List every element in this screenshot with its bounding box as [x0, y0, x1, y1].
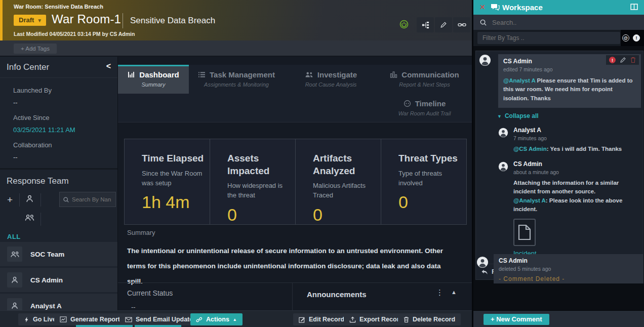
- comment-actions: !: [606, 55, 639, 65]
- edit-record-button[interactable]: Edit Record: [293, 313, 350, 325]
- comment-author: CS Admin: [513, 160, 636, 168]
- stat-assets-impacted: Assets Impacted How widespread is the th…: [210, 139, 295, 224]
- edit-button[interactable]: [435, 17, 452, 32]
- mention-link[interactable]: @CS Admin: [513, 146, 547, 152]
- delete-record-button[interactable]: Delete Record: [398, 313, 461, 325]
- comment-timestamp: about a minute ago: [513, 169, 636, 175]
- dashboard-content: Dashboard Summary Task Management Assign…: [117, 57, 472, 310]
- tab-task-management[interactable]: Task Management Assignments & Monitoring: [189, 65, 284, 94]
- pencil-icon: [440, 21, 447, 28]
- filter-all-link[interactable]: ALL: [7, 233, 117, 240]
- important-icon[interactable]: !: [609, 57, 616, 63]
- info-center-sidebar: Info Center < Launched By -- Active Sinc…: [0, 57, 117, 310]
- group-icon: [7, 247, 22, 262]
- collapse-sidebar-icon[interactable]: <: [106, 62, 111, 71]
- person-filter-icon[interactable]: [25, 194, 34, 203]
- mention-link[interactable]: @Analyst A: [513, 197, 546, 203]
- tab-timeline[interactable]: Timeline War Room Audit Trail: [378, 94, 471, 122]
- workspace-footer: + New Comment: [473, 310, 644, 327]
- panel-layout-icon[interactable]: [630, 4, 638, 10]
- copy-link-button[interactable]: [453, 17, 470, 32]
- collapse-all-link[interactable]: ▼Collapse all: [476, 108, 643, 121]
- member-row-cs-admin[interactable]: CS Admin: [0, 268, 117, 292]
- go-live-icon: [24, 316, 29, 323]
- vertical-divider: [292, 283, 293, 310]
- new-comment-button[interactable]: + New Comment: [484, 314, 549, 325]
- edit-comment-icon[interactable]: [620, 57, 626, 63]
- tab-dashboard[interactable]: Dashboard Summary: [118, 65, 189, 94]
- actions-link-icon: [196, 316, 203, 323]
- workspace-panel: ✕ Workspace @ ! CS Admin edited 7 minute…: [472, 0, 644, 327]
- workspace-filter-row: @ !: [473, 30, 644, 46]
- last-modified-text: Last Modified 04/05/2021 03:14 PM by CS …: [14, 31, 135, 37]
- generate-report-button[interactable]: Generate Report: [54, 313, 126, 325]
- link-icon: [458, 22, 466, 27]
- filter-by-tags-input[interactable]: [477, 32, 620, 44]
- workspace-search-input[interactable]: [492, 19, 614, 26]
- deleted-comment: CS Admin deleted 5 minutes ago - Comment…: [475, 254, 643, 283]
- member-row-soc-team[interactable]: SOC Team: [0, 242, 117, 266]
- teal-underline: [76, 325, 133, 327]
- active-since-value: 03/25/2021 11:21 AM: [13, 126, 109, 134]
- actions-button[interactable]: Actions ▲: [190, 313, 243, 325]
- title-separator: [123, 13, 123, 28]
- chat-icon: [491, 4, 500, 11]
- chevron-up-icon: ▲: [233, 317, 237, 322]
- mail-icon: [125, 317, 132, 322]
- member-row-analyst-a[interactable]: Analyst A: [0, 294, 117, 310]
- war-room-screen: War Room: Sensitive Data Breach Draft▼ W…: [0, 0, 644, 327]
- mention-filter-icon[interactable]: @: [622, 34, 629, 42]
- tab-communication[interactable]: Communication Report & Next Steps: [378, 65, 471, 94]
- toolbar-divider: [41, 213, 41, 226]
- file-attachment-thumbnail[interactable]: [513, 219, 536, 246]
- summary-label: Summary: [127, 229, 471, 236]
- tab-subtitle: Assignments & Monitoring: [189, 81, 284, 88]
- edit-square-icon: [299, 316, 305, 323]
- file-icon: [518, 224, 531, 240]
- launched-by-label: Launched By: [13, 87, 109, 94]
- org-chart-icon: [422, 21, 429, 29]
- add-member-icon[interactable]: +: [7, 194, 13, 206]
- comment-author: Analyst A: [513, 127, 636, 134]
- org-chart-button[interactable]: [417, 17, 434, 32]
- tab-strip: Dashboard Summary Task Management Assign…: [118, 65, 472, 122]
- tab-investigate[interactable]: Investigate Root Cause Analysis: [284, 65, 378, 94]
- workspace-search-box[interactable]: [473, 15, 644, 30]
- timeline-icon: [404, 100, 411, 107]
- tags-bar: + Add Tags: [0, 40, 472, 57]
- launched-by-value: --: [13, 99, 109, 106]
- avatar: [498, 128, 508, 138]
- comment-timestamp: edited 7 minutes ago: [503, 66, 636, 72]
- member-search-input[interactable]: [72, 196, 114, 202]
- current-status-value: --: [131, 303, 136, 310]
- add-tags-button[interactable]: + Add Tags: [14, 44, 57, 54]
- tab-subtitle: War Room Audit Trail: [378, 110, 471, 116]
- status-badge[interactable]: Draft▼: [14, 15, 46, 26]
- close-icon[interactable]: ✕: [479, 3, 486, 11]
- stat-title: Assets Impacted: [227, 152, 290, 177]
- response-team-title: Response Team: [7, 176, 117, 186]
- comment-text: @Analyst A Please ensure that Tim is add…: [503, 76, 636, 103]
- tab-subtitle: Report & Next Steps: [378, 81, 471, 88]
- export-icon: [349, 316, 356, 323]
- stat-value: 1h 4m: [142, 192, 205, 212]
- summary-section: Summary The intentional or unintentional…: [127, 229, 471, 289]
- page-title: War Room-1: [52, 12, 121, 26]
- search-icon: [479, 19, 487, 26]
- deleted-comment-body: CS Admin deleted 5 minutes ago - Comment…: [494, 254, 643, 283]
- toolbar-divider: [41, 193, 41, 207]
- collapse-announcements-icon[interactable]: ▲: [451, 289, 457, 295]
- kebab-menu-icon[interactable]: ⋮: [436, 288, 444, 297]
- avatar: [498, 161, 508, 172]
- alert-filter-icon[interactable]: !: [633, 34, 640, 42]
- mention-link[interactable]: @Analyst A: [503, 77, 535, 84]
- comment-timestamp: deleted 5 minutes ago: [499, 266, 638, 272]
- delete-comment-icon[interactable]: [630, 57, 636, 63]
- member-search-box[interactable]: [59, 192, 116, 207]
- member-name: SOC Team: [30, 251, 64, 258]
- info-center-title: Info Center: [7, 62, 49, 72]
- send-email-update-button[interactable]: Send Email Update: [119, 313, 198, 325]
- page-subtitle: Sensitive Data Breach: [130, 16, 215, 26]
- group-filter-icon[interactable]: [24, 214, 35, 222]
- chevron-down-icon: ▼: [37, 18, 42, 23]
